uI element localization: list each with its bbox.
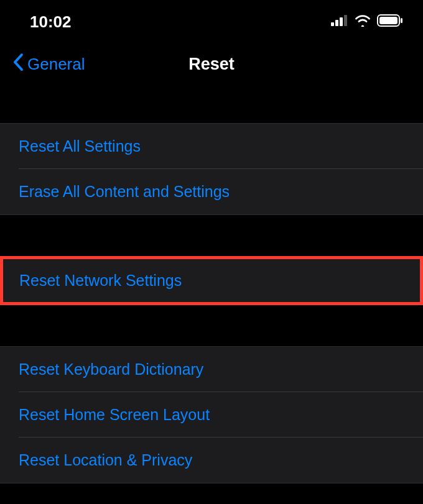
navigation-bar: General Reset xyxy=(0,44,423,88)
highlighted-group: Reset Network Settings xyxy=(0,256,423,305)
erase-all-content[interactable]: Erase All Content and Settings xyxy=(0,169,423,214)
reset-keyboard-dictionary[interactable]: Reset Keyboard Dictionary xyxy=(0,347,423,392)
battery-icon xyxy=(377,14,403,29)
cellular-signal-icon xyxy=(331,15,348,29)
reset-home-screen-layout[interactable]: Reset Home Screen Layout xyxy=(0,392,423,438)
status-time: 10:02 xyxy=(30,12,72,32)
list-group-secondary: Reset Keyboard Dictionary Reset Home Scr… xyxy=(0,346,423,483)
svg-rect-2 xyxy=(340,17,343,26)
back-label: General xyxy=(27,55,85,74)
wifi-icon xyxy=(355,14,371,29)
section-gap xyxy=(0,88,423,123)
svg-rect-3 xyxy=(344,15,347,26)
section-gap xyxy=(0,215,423,256)
status-icons xyxy=(331,14,403,29)
chevron-left-icon xyxy=(12,53,25,76)
list-group-main: Reset All Settings Erase All Content and… xyxy=(0,123,423,215)
svg-rect-6 xyxy=(401,18,402,23)
svg-rect-5 xyxy=(379,17,397,24)
svg-rect-0 xyxy=(331,22,334,26)
section-gap xyxy=(0,305,423,346)
svg-rect-1 xyxy=(335,20,338,26)
page-title: Reset xyxy=(188,55,235,74)
reset-network-settings[interactable]: Reset Network Settings xyxy=(3,259,420,302)
reset-all-settings[interactable]: Reset All Settings xyxy=(0,124,423,169)
reset-location-privacy[interactable]: Reset Location & Privacy xyxy=(0,438,423,483)
status-bar: 10:02 xyxy=(0,0,423,44)
back-button[interactable]: General xyxy=(12,53,85,76)
